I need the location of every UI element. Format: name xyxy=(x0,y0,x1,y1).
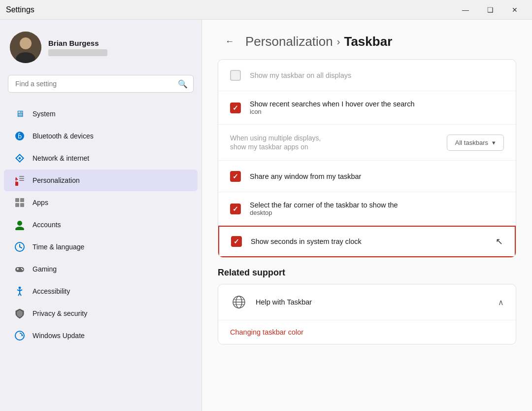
setting-row-show-recent-searches: Show recent searches when I hover over t… xyxy=(218,91,516,125)
update-icon xyxy=(14,330,26,342)
support-card: Help with Taskbar ∧ Changing taskbar col… xyxy=(218,284,516,344)
svg-rect-9 xyxy=(15,182,18,186)
title-bar: Settings — ❑ ✕ xyxy=(0,0,532,20)
sidebar-label-bluetooth: Bluetooth & devices xyxy=(33,132,94,140)
svg-rect-17 xyxy=(15,203,19,207)
breadcrumb: ← Personalization › Taskbar xyxy=(222,34,512,49)
multi-display-label: When using multiple displays,show my tas… xyxy=(230,134,321,151)
taskbar-color-link[interactable]: Changing taskbar color xyxy=(230,328,303,336)
network-icon xyxy=(14,152,26,164)
related-support-section: Related support xyxy=(218,268,516,344)
setting-label-far-corner: Select the far corner of the taskbar to … xyxy=(250,201,398,216)
sidebar-item-personalization[interactable]: Personalization xyxy=(4,170,198,191)
content-area: Show my taskbar on all displays Show rec… xyxy=(202,59,532,411)
svg-rect-13 xyxy=(19,178,24,179)
close-button[interactable]: ✕ xyxy=(503,2,526,17)
svg-marker-11 xyxy=(15,177,18,180)
setting-row-multiple-displays: When using multiple displays,show my tas… xyxy=(218,125,516,161)
search-input[interactable] xyxy=(8,75,194,93)
dropdown-value: All taskbars xyxy=(455,139,488,146)
sidebar-item-apps[interactable]: Apps xyxy=(4,192,198,213)
svg-point-28 xyxy=(22,269,23,270)
svg-point-29 xyxy=(19,287,21,289)
accounts-icon xyxy=(14,219,26,231)
sidebar-label-network: Network & internet xyxy=(33,154,89,162)
settings-title: Settings xyxy=(6,5,34,14)
svg-rect-26 xyxy=(17,268,18,270)
sidebar-item-time[interactable]: Time & language xyxy=(4,236,198,258)
link-row-taskbar-color[interactable]: Changing taskbar color xyxy=(218,320,516,344)
related-support-title: Related support xyxy=(218,268,516,278)
svg-rect-14 xyxy=(19,180,24,181)
multi-display-text: When using multiple displays,show my tas… xyxy=(230,134,438,151)
gaming-icon xyxy=(14,263,26,275)
breadcrumb-parent: Personalization xyxy=(245,34,333,49)
search-box: 🔍 xyxy=(8,75,194,93)
sidebar-label-accessibility: Accessibility xyxy=(33,287,70,295)
breadcrumb-current: Taskbar xyxy=(344,34,392,49)
chevron-down-icon: ▾ xyxy=(492,139,496,146)
avatar xyxy=(10,32,41,63)
sidebar-label-personalization: Personalization xyxy=(33,176,80,184)
sidebar-item-gaming[interactable]: Gaming xyxy=(4,258,198,280)
svg-rect-16 xyxy=(20,198,24,202)
accessibility-icon xyxy=(14,285,26,297)
minimize-button[interactable]: — xyxy=(454,2,477,17)
sidebar-item-bluetooth[interactable]: ɓ Bluetooth & devices xyxy=(4,125,198,147)
personalization-icon xyxy=(14,174,26,186)
svg-line-34 xyxy=(20,293,21,296)
sidebar-label-privacy: Privacy & security xyxy=(33,309,87,317)
setting-label-show-seconds: Show seconds in system tray clock xyxy=(251,238,494,245)
nav-list: 🖥 System ɓ Bluetooth & devices xyxy=(0,101,201,349)
checkbox-show-recent-searches[interactable] xyxy=(230,103,241,113)
svg-text:ɓ: ɓ xyxy=(18,133,22,140)
sidebar-item-network[interactable]: Network & internet xyxy=(4,147,198,169)
checkbox-show-taskbar-all-displays[interactable] xyxy=(230,70,241,81)
sidebar-item-privacy[interactable]: Privacy & security xyxy=(4,303,198,324)
all-taskbars-dropdown[interactable]: All taskbars ▾ xyxy=(447,135,504,151)
sidebar: Brian Burgess 🔍 🖥 System ɓ xyxy=(0,20,202,411)
back-button[interactable]: ← xyxy=(222,34,237,49)
search-icon: 🔍 xyxy=(178,79,188,89)
svg-point-20 xyxy=(15,227,24,230)
sidebar-item-accounts[interactable]: Accounts xyxy=(4,214,198,236)
time-icon xyxy=(14,241,26,253)
settings-card: Show my taskbar on all displays Show rec… xyxy=(218,59,516,258)
svg-point-19 xyxy=(17,221,22,226)
globe-icon xyxy=(230,293,248,311)
sidebar-item-accessibility[interactable]: Accessibility xyxy=(4,280,198,302)
setting-row-share-window: Share any window from my taskbar xyxy=(218,161,516,192)
sidebar-label-accounts: Accounts xyxy=(33,221,61,229)
privacy-icon xyxy=(14,308,26,319)
svg-point-27 xyxy=(21,268,22,269)
setting-row-show-seconds[interactable]: Show seconds in system tray clock ↖ xyxy=(218,226,516,257)
svg-line-23 xyxy=(20,247,22,248)
sidebar-label-update: Windows Update xyxy=(33,332,85,340)
sidebar-label-time: Time & language xyxy=(33,243,84,251)
breadcrumb-separator: › xyxy=(337,36,340,47)
setting-label-share-window: Share any window from my taskbar xyxy=(250,172,504,180)
checkbox-far-corner[interactable] xyxy=(230,204,241,214)
support-row-help-taskbar[interactable]: Help with Taskbar ∧ xyxy=(218,284,516,320)
user-info: Brian Burgess xyxy=(48,39,107,56)
user-profile: Brian Burgess xyxy=(0,20,201,73)
checkbox-show-seconds[interactable] xyxy=(231,236,242,247)
app-container: Brian Burgess 🔍 🖥 System ɓ xyxy=(0,20,532,411)
help-taskbar-label: Help with Taskbar xyxy=(256,298,490,306)
checkbox-share-window[interactable] xyxy=(230,171,241,182)
svg-point-3 xyxy=(20,38,31,49)
svg-rect-10 xyxy=(16,180,16,182)
setting-label-show-recent-searches: Show recent searches when I hover over t… xyxy=(250,100,414,115)
setting-label-show-taskbar-all-displays: Show my taskbar on all displays xyxy=(250,71,504,79)
sidebar-label-system: System xyxy=(33,110,56,118)
sidebar-item-update[interactable]: Windows Update xyxy=(4,325,198,346)
svg-rect-18 xyxy=(20,203,24,207)
apps-icon xyxy=(14,197,26,208)
user-name: Brian Burgess xyxy=(48,39,107,47)
sidebar-item-system[interactable]: 🖥 System xyxy=(4,103,198,125)
cursor-indicator: ↖ xyxy=(496,236,503,247)
sidebar-label-apps: Apps xyxy=(33,199,48,206)
setting-row-far-corner: Select the far corner of the taskbar to … xyxy=(218,192,516,226)
maximize-button[interactable]: ❑ xyxy=(479,2,501,17)
setting-row-show-taskbar-all-displays: Show my taskbar on all displays xyxy=(218,60,516,91)
